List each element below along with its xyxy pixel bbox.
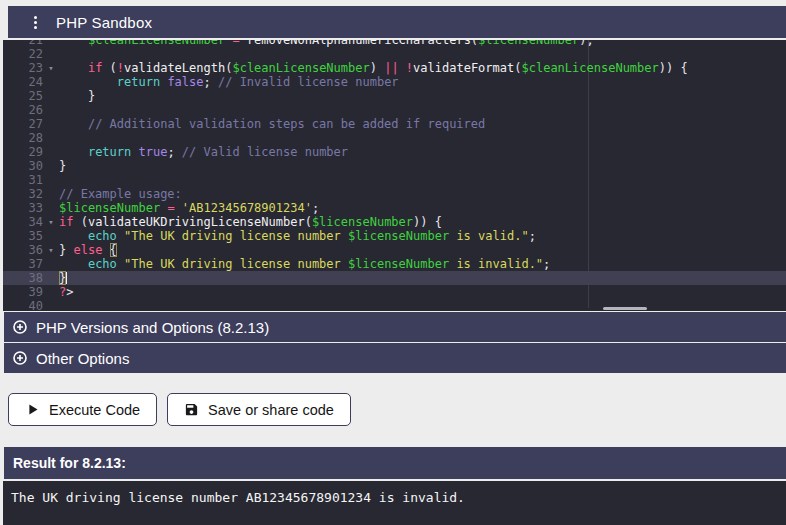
code-text: $cleanLicenseNumber = removeNonAlphanume…: [59, 40, 786, 47]
code-text: if (!validateLength($cleanLicenseNumber)…: [59, 61, 786, 75]
fold-gutter: [43, 299, 59, 311]
line-number: 27: [3, 117, 43, 131]
code-line[interactable]: 23▾ if (!validateLength($cleanLicenseNum…: [3, 61, 786, 75]
fold-gutter: [43, 187, 59, 201]
code-text: return false; // Invalid license number: [59, 75, 786, 89]
section-label: PHP Versions and Options (8.2.13): [36, 319, 269, 336]
line-number: 26: [3, 103, 43, 117]
code-text: [59, 173, 786, 187]
line-number: 32: [3, 187, 43, 201]
line-number: 40: [3, 299, 43, 311]
code-text: }: [59, 271, 786, 285]
fold-arrow-icon[interactable]: ▾: [43, 243, 59, 257]
code-text: [59, 131, 786, 145]
code-lines: 21 $cleanLicenseNumber = removeNonAlphan…: [3, 40, 786, 311]
fold-gutter: [43, 271, 59, 285]
line-number: 21: [3, 40, 43, 47]
code-line[interactable]: 36▾} else {: [3, 243, 786, 257]
line-number: 38: [3, 271, 43, 285]
line-number: 33: [3, 201, 43, 215]
result-header: Result for 8.2.13:: [4, 447, 786, 479]
line-number: 31: [3, 173, 43, 187]
code-text: echo "The UK driving license number $lic…: [59, 257, 786, 271]
code-text: $licenseNumber = 'AB12345678901234';: [59, 201, 786, 215]
code-line[interactable]: 22: [3, 47, 786, 61]
text-cursor: [66, 272, 67, 284]
fold-arrow-icon[interactable]: ▾: [43, 61, 59, 75]
fold-gutter: [43, 40, 59, 47]
fold-gutter: [43, 103, 59, 117]
execute-code-button[interactable]: Execute Code: [8, 393, 157, 426]
result-title: Result for 8.2.13:: [13, 455, 126, 471]
code-line[interactable]: 33$licenseNumber = 'AB12345678901234';: [3, 201, 786, 215]
fold-arrow-icon[interactable]: ▾: [43, 215, 59, 229]
line-number: 35: [3, 229, 43, 243]
line-number: 28: [3, 131, 43, 145]
result-output-text: The UK driving license number AB12345678…: [11, 490, 465, 505]
code-text: // Example usage:: [59, 187, 786, 201]
fold-gutter: [43, 47, 59, 61]
fold-gutter: [43, 159, 59, 173]
fold-gutter: [43, 257, 59, 271]
horizontal-scrollbar[interactable]: [603, 307, 647, 310]
code-line[interactable]: 34▾if (validateUKDrivingLicenseNumber($l…: [3, 215, 786, 229]
line-number: 24: [3, 75, 43, 89]
section-php-versions[interactable]: PHP Versions and Options (8.2.13): [4, 312, 786, 342]
kebab-menu-icon[interactable]: [26, 16, 44, 29]
line-number: 23: [3, 61, 43, 75]
code-line[interactable]: 38}: [3, 271, 786, 285]
line-number: 37: [3, 257, 43, 271]
code-line[interactable]: 39?>: [3, 285, 786, 299]
fold-gutter: [43, 173, 59, 187]
line-number: 39: [3, 285, 43, 299]
line-number: 29: [3, 145, 43, 159]
section-label: Other Options: [36, 350, 129, 367]
fold-gutter: [43, 131, 59, 145]
fold-gutter: [43, 89, 59, 103]
fold-gutter: [43, 229, 59, 243]
code-text: }: [59, 89, 786, 103]
code-line[interactable]: 40: [3, 299, 786, 311]
plus-circle-icon: [13, 351, 27, 365]
fold-gutter: [43, 201, 59, 215]
result-output: The UK driving license number AB12345678…: [3, 481, 786, 525]
code-line[interactable]: 25 }: [3, 89, 786, 103]
code-text: [59, 299, 786, 311]
code-text: // Additional validation steps can be ad…: [59, 117, 786, 131]
code-text: [59, 103, 786, 117]
code-line[interactable]: 28: [3, 131, 786, 145]
code-line[interactable]: 30}: [3, 159, 786, 173]
code-line[interactable]: 27 // Additional validation steps can be…: [3, 117, 786, 131]
plus-circle-icon: [13, 320, 27, 334]
line-number: 34: [3, 215, 43, 229]
code-line[interactable]: 32// Example usage:: [3, 187, 786, 201]
code-line[interactable]: 24 return false; // Invalid license numb…: [3, 75, 786, 89]
code-text: if (validateUKDrivingLicenseNumber($lice…: [59, 215, 786, 229]
line-number: 22: [3, 47, 43, 61]
code-line[interactable]: 26: [3, 103, 786, 117]
save-icon: [184, 402, 199, 417]
line-number: 30: [3, 159, 43, 173]
save-share-button[interactable]: Save or share code: [167, 393, 351, 426]
execute-code-label: Execute Code: [49, 402, 140, 418]
fold-gutter: [43, 75, 59, 89]
line-number: 25: [3, 89, 43, 103]
code-text: } else {: [59, 243, 786, 257]
code-text: echo "The UK driving license number $lic…: [59, 229, 786, 243]
action-buttons: Execute Code Save or share code: [0, 373, 786, 426]
play-icon: [25, 402, 40, 417]
fold-gutter: [43, 117, 59, 131]
fold-gutter: [43, 145, 59, 159]
app-title: PHP Sandbox: [56, 14, 152, 31]
section-other-options[interactable]: Other Options: [4, 343, 786, 373]
code-editor[interactable]: 21 $cleanLicenseNumber = removeNonAlphan…: [3, 40, 786, 311]
code-line[interactable]: 21 $cleanLicenseNumber = removeNonAlphan…: [3, 40, 786, 47]
app-header: PHP Sandbox: [8, 6, 786, 38]
line-number: 36: [3, 243, 43, 257]
fold-gutter: [43, 285, 59, 299]
code-line[interactable]: 31: [3, 173, 786, 187]
code-text: }: [59, 159, 786, 173]
code-line[interactable]: 29 return true; // Valid license number: [3, 145, 786, 159]
code-line[interactable]: 37 echo "The UK driving license number $…: [3, 257, 786, 271]
code-line[interactable]: 35 echo "The UK driving license number $…: [3, 229, 786, 243]
